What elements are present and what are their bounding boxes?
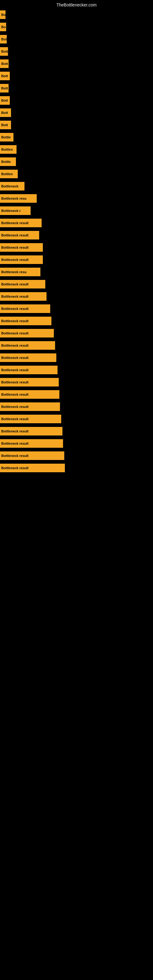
bar-label-16: Bottleneck r [1, 209, 21, 213]
bar-label-34: Bottleneck result [1, 430, 29, 433]
bar-row: Bottleneck result [0, 388, 153, 401]
bar-row: Bottleneck result [0, 450, 153, 462]
bar-row: Bottleneck result [0, 290, 153, 302]
bar-14: Bottleneck [0, 182, 24, 191]
bar-label-1: Bo [1, 25, 6, 29]
bar-17: Bottleneck result [0, 219, 41, 227]
bar-row: Bott [0, 45, 153, 57]
bar-label-0: Bo [1, 13, 5, 16]
bar-35: Bottleneck result [0, 439, 63, 448]
bar-26: Bottleneck result [0, 329, 54, 337]
bar-row: Bottleneck result [0, 364, 153, 376]
bar-36: Bottleneck result [0, 452, 64, 460]
bar-21: Bottleneck resu [0, 268, 40, 276]
bar-24: Bottleneck result [0, 304, 50, 313]
bar-row: Bottleneck result [0, 327, 153, 339]
bar-label-15: Bottleneck resu [1, 197, 27, 200]
bar-12: Bottle [0, 158, 16, 166]
bar-label-10: Bottle [1, 135, 11, 139]
bar-label-4: Bott [1, 62, 8, 65]
bar-8: Bott [0, 108, 11, 117]
bar-row: Bott [0, 107, 153, 119]
bar-label-20: Bottleneck result [1, 258, 29, 261]
bar-18: Bottleneck result [0, 231, 39, 240]
bar-row: Bottleneck resu [0, 192, 153, 205]
bar-label-8: Bott [1, 111, 8, 115]
bar-row: Bottleneck result [0, 302, 153, 315]
bar-row: Bottleneck result [0, 217, 153, 229]
bar-label-18: Bottleneck result [1, 233, 29, 237]
bar-3: Bott [0, 47, 8, 56]
bar-27: Bottleneck result [0, 341, 55, 350]
bar-row: Bottleneck result [0, 278, 153, 290]
bar-row: Bo [0, 9, 153, 21]
bar-label-11: Bottlen [1, 148, 13, 151]
bar-row: Bott [0, 57, 153, 70]
site-title: TheBottlenecker.com [0, 0, 153, 9]
bar-label-25: Bottleneck result [1, 319, 29, 323]
bar-label-31: Bottleneck result [1, 393, 29, 396]
bar-25: Bottleneck result [0, 317, 51, 325]
bar-37: Bottleneck result [0, 464, 65, 472]
bar-label-35: Bottleneck result [1, 442, 29, 445]
bar-label-17: Bottleneck result [1, 221, 29, 225]
bar-31: Bottleneck result [0, 390, 59, 399]
bar-row: Bottle [0, 131, 153, 143]
bar-label-28: Bottleneck result [1, 356, 29, 360]
bar-29: Bottleneck result [0, 366, 57, 374]
bar-row: Bott [0, 70, 153, 82]
bar-label-37: Bottleneck result [1, 466, 29, 470]
bar-23: Bottleneck result [0, 292, 46, 301]
bar-row: Bottle [0, 156, 153, 168]
bar-row: Bott [0, 94, 153, 107]
bar-label-36: Bottleneck result [1, 454, 29, 458]
bar-row: Bottleneck result [0, 376, 153, 388]
bar-row: Bottleneck resu [0, 266, 153, 278]
bar-row: Bott [0, 82, 153, 94]
bar-5: Bott [0, 72, 10, 80]
bar-row: Bottleneck r [0, 205, 153, 217]
bar-label-27: Bottleneck result [1, 344, 29, 347]
bar-label-2: Bot [1, 37, 7, 41]
bar-33: Bottleneck result [0, 415, 61, 423]
bar-13: Bottlen [0, 170, 18, 178]
bar-28: Bottleneck result [0, 353, 56, 362]
bar-label-33: Bottleneck result [1, 417, 29, 421]
bar-label-22: Bottleneck result [1, 282, 29, 286]
bar-row: Bottleneck result [0, 425, 153, 438]
bar-34: Bottleneck result [0, 427, 62, 436]
bar-32: Bottleneck result [0, 402, 60, 411]
bar-19: Bottleneck result [0, 243, 43, 252]
bar-row: Bottleneck result [0, 241, 153, 254]
bar-9: Bott [0, 121, 11, 129]
bar-1: Bo [0, 23, 6, 31]
bar-row: Bottleneck result [0, 229, 153, 241]
bar-row: Bottlen [0, 143, 153, 156]
bar-row: Bottleneck result [0, 315, 153, 327]
bar-label-29: Bottleneck result [1, 368, 29, 372]
bar-label-23: Bottleneck result [1, 294, 29, 298]
bar-row: Bottleneck result [0, 254, 153, 266]
bar-label-19: Bottleneck result [1, 246, 29, 249]
bar-label-5: Bott [1, 74, 8, 78]
bar-label-30: Bottleneck result [1, 380, 29, 384]
bar-6: Bott [0, 84, 9, 92]
bar-label-24: Bottleneck result [1, 307, 29, 310]
bar-22: Bottleneck result [0, 280, 45, 288]
bar-label-32: Bottleneck result [1, 405, 29, 409]
bar-30: Bottleneck result [0, 378, 59, 387]
bar-label-12: Bottle [1, 160, 11, 164]
bar-label-21: Bottleneck resu [1, 270, 27, 274]
bar-label-7: Bott [1, 99, 8, 102]
bar-row: Bottlen [0, 168, 153, 180]
bar-20: Bottleneck result [0, 255, 43, 264]
bar-row: Bottleneck result [0, 352, 153, 364]
bar-row: Bottleneck result [0, 401, 153, 413]
bar-10: Bottle [0, 133, 13, 142]
bar-row: Bot [0, 33, 153, 45]
bar-row: Bott [0, 119, 153, 131]
bar-7: Bott [0, 96, 10, 105]
bar-row: Bo [0, 21, 153, 33]
bar-label-3: Bott [1, 49, 8, 53]
bar-label-26: Bottleneck result [1, 331, 29, 335]
